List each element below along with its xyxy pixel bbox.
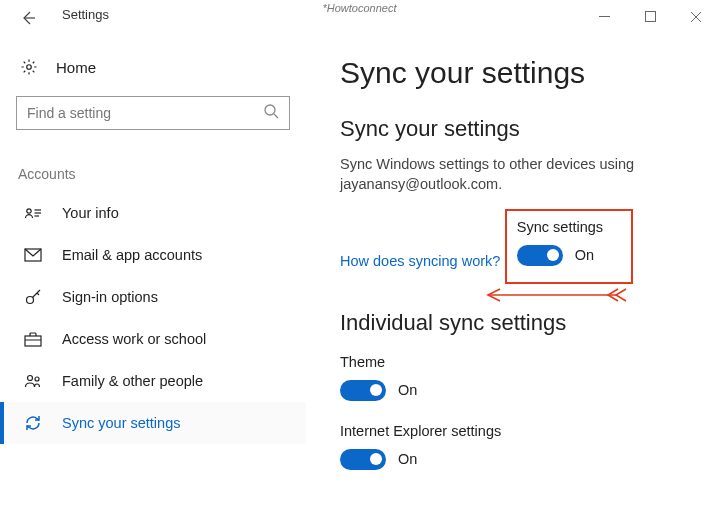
- key-icon: [24, 288, 42, 306]
- svg-point-13: [27, 297, 34, 304]
- toggle-state: On: [575, 247, 594, 263]
- person-card-icon: [24, 204, 42, 222]
- theme-label: Theme: [340, 354, 695, 370]
- nav-label: Sign-in options: [62, 289, 158, 305]
- nav-label: Sync your settings: [62, 415, 180, 431]
- sidebar-item-email[interactable]: Email & app accounts: [0, 234, 306, 276]
- svg-line-7: [274, 114, 278, 118]
- section-heading: Sync your settings: [340, 116, 695, 142]
- app-title: Settings: [62, 7, 109, 22]
- ie-label: Internet Explorer settings: [340, 423, 695, 439]
- svg-point-8: [27, 209, 31, 213]
- home-label: Home: [56, 59, 96, 76]
- svg-rect-2: [645, 12, 655, 22]
- gear-icon: [20, 58, 38, 76]
- mail-icon: [24, 246, 42, 264]
- ie-toggle[interactable]: [340, 449, 386, 470]
- svg-point-5: [27, 65, 32, 70]
- main-content: Sync your settings Sync your settings Sy…: [306, 34, 719, 522]
- svg-rect-14: [25, 336, 41, 346]
- svg-point-15: [28, 376, 33, 381]
- home-link[interactable]: Home: [0, 52, 306, 90]
- sidebar-item-your-info[interactable]: Your info: [0, 192, 306, 234]
- sidebar-item-family[interactable]: Family & other people: [0, 360, 306, 402]
- maximize-button[interactable]: [627, 2, 673, 32]
- page-title: Sync your settings: [340, 56, 695, 90]
- close-button[interactable]: [673, 2, 719, 32]
- search-icon: [263, 103, 279, 123]
- minimize-button[interactable]: [581, 2, 627, 32]
- svg-point-16: [35, 377, 39, 381]
- briefcase-icon: [24, 330, 42, 348]
- toggle-state: On: [398, 382, 417, 398]
- sync-settings-toggle[interactable]: [517, 245, 563, 266]
- nav-label: Email & app accounts: [62, 247, 202, 263]
- sidebar-item-signin[interactable]: Sign-in options: [0, 276, 306, 318]
- nav-label: Your info: [62, 205, 119, 221]
- sidebar-item-sync[interactable]: Sync your settings: [0, 402, 306, 444]
- search-box[interactable]: [16, 96, 290, 130]
- watermark: *Howtoconnect: [323, 2, 397, 14]
- sync-icon: [24, 414, 42, 432]
- sidebar: Home Accounts Your info Email & app acco…: [0, 34, 306, 522]
- description-text: Sync Windows settings to other devices u…: [340, 154, 695, 195]
- nav-label: Access work or school: [62, 331, 206, 347]
- help-link[interactable]: How does syncing work?: [340, 253, 500, 269]
- nav-label: Family & other people: [62, 373, 203, 389]
- section-label: Accounts: [0, 148, 306, 192]
- sync-settings-label: Sync settings: [517, 219, 603, 235]
- theme-toggle[interactable]: [340, 380, 386, 401]
- highlight-annotation: Sync settings On: [505, 209, 633, 284]
- individual-heading: Individual sync settings: [340, 310, 695, 336]
- back-button[interactable]: [18, 8, 38, 28]
- sidebar-item-work[interactable]: Access work or school: [0, 318, 306, 360]
- people-icon: [24, 372, 42, 390]
- svg-point-6: [265, 105, 275, 115]
- titlebar: Settings *Howtoconnect: [0, 0, 719, 34]
- toggle-state: On: [398, 451, 417, 467]
- search-input[interactable]: [27, 105, 247, 121]
